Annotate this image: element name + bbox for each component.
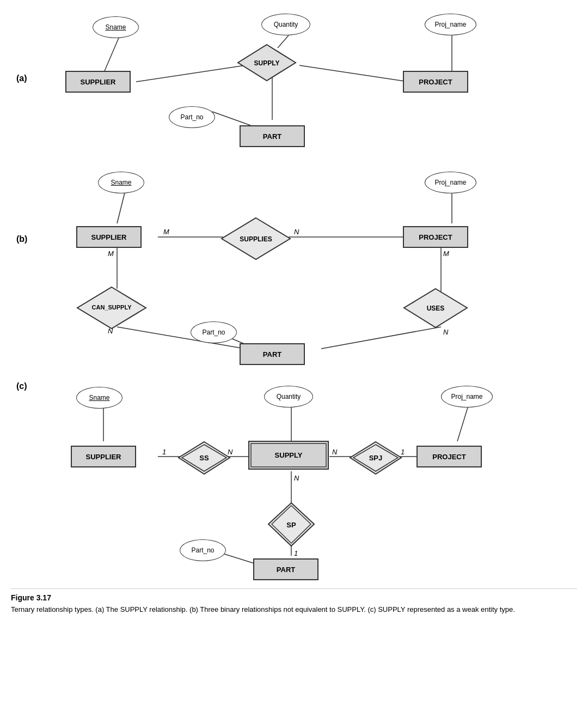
attr-partno-a: Part_no — [169, 106, 215, 128]
svg-line-9 — [117, 191, 125, 223]
svg-line-6 — [212, 112, 250, 125]
svg-text:SUPPLY: SUPPLY — [275, 451, 303, 459]
svg-line-3 — [103, 35, 120, 74]
svg-text:SPJ: SPJ — [369, 454, 383, 462]
card-1b: 1 — [401, 448, 405, 456]
section-label-b: (b) — [16, 234, 27, 244]
svg-line-16 — [321, 327, 441, 349]
entity-supplier-a: SUPPLIER — [65, 71, 131, 93]
card-n1: N — [294, 228, 299, 236]
section-label-a: (a) — [16, 74, 27, 83]
entity-project-b: PROJECT — [403, 226, 468, 248]
attr-sname-a: Sname — [93, 16, 139, 38]
entity-project-a: PROJECT — [403, 71, 468, 93]
card-1a: 1 — [162, 448, 166, 456]
attr-sname-c: Sname — [76, 387, 122, 409]
card-1c: 1 — [294, 549, 298, 557]
entity-supply-c: SUPPLY — [248, 440, 329, 470]
svg-text:SUPPLIES: SUPPLIES — [240, 235, 272, 243]
svg-text:SP: SP — [286, 521, 296, 529]
figure-description: Ternary relationship types. (a) The SUPP… — [11, 604, 577, 615]
relationship-supplies-b: SUPPLIES — [220, 217, 291, 260]
attr-projname-b: Proj_name — [425, 172, 476, 193]
svg-text:SUPPLY: SUPPLY — [254, 59, 280, 67]
card-n3: N — [443, 328, 448, 336]
attr-quantity-a: Quantity — [261, 14, 310, 35]
card-m3: M — [443, 250, 449, 258]
attr-projname-c: Proj_name — [441, 386, 493, 408]
card-n-spj: N — [332, 448, 337, 456]
attr-quantity-c: Quantity — [264, 386, 313, 408]
entity-supplier-c: SUPPLIER — [71, 446, 136, 467]
entity-part-c: PART — [253, 558, 318, 580]
section-label-c: (c) — [16, 381, 27, 391]
entity-part-b: PART — [240, 343, 305, 365]
attr-partno-b: Part_no — [191, 321, 237, 343]
card-n2: N — [108, 327, 113, 335]
entity-supplier-b: SUPPLIER — [76, 226, 142, 248]
attr-sname-b: Sname — [98, 172, 144, 193]
relationship-can-supply-b: CAN_SUPPLY — [76, 286, 147, 330]
svg-text:SS: SS — [199, 454, 209, 462]
relationship-sp-c: SP — [267, 501, 316, 548]
svg-line-0 — [136, 65, 245, 82]
relationship-supply-a: SUPPLY — [237, 44, 297, 82]
svg-text:CAN_SUPPLY: CAN_SUPPLY — [92, 304, 132, 311]
card-n-sp: N — [294, 474, 299, 482]
relationship-spj-c: SPJ — [348, 440, 403, 476]
entity-project-c: PROJECT — [416, 446, 482, 467]
relationship-ss-c: SS — [177, 440, 231, 476]
relationship-uses-b: USES — [403, 288, 468, 329]
card-m2: M — [108, 250, 114, 258]
attr-partno-c: Part_no — [180, 539, 226, 561]
attr-projname-a: Proj_name — [425, 14, 476, 35]
svg-line-1 — [299, 65, 408, 82]
svg-line-29 — [457, 406, 468, 441]
svg-text:USES: USES — [427, 305, 445, 312]
card-m1: M — [163, 228, 169, 236]
card-n-ss: N — [228, 448, 232, 456]
entity-part-a: PART — [240, 125, 305, 147]
figure-title: Figure 3.17 — [11, 593, 577, 602]
